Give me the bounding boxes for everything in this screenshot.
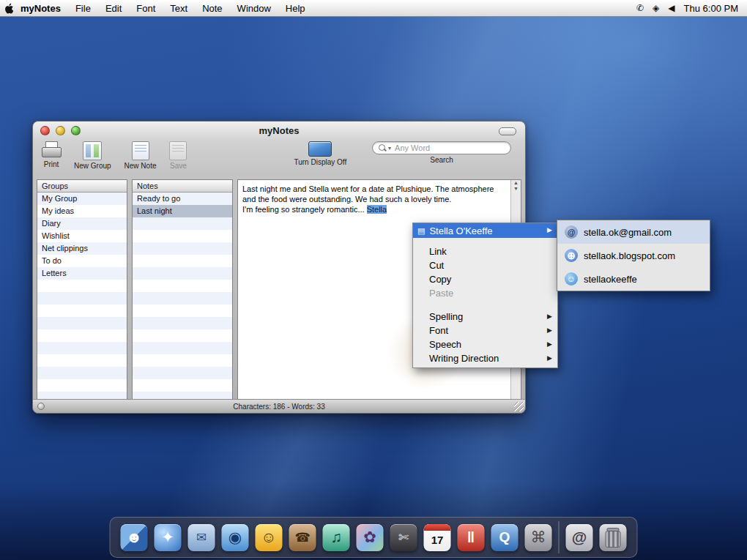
speech-label: Speech	[429, 339, 461, 350]
context-item-writing-direction[interactable]: Writing Direction ▶	[413, 351, 557, 365]
toolbar-toggle-button[interactable]	[499, 127, 516, 135]
contact-submenu: @ stella.ok@gmail.com ⊕ stellaok.blogspo…	[557, 220, 710, 291]
context-item-font[interactable]: Font ▶	[413, 324, 557, 337]
display-icon[interactable]: ◈	[653, 3, 659, 13]
itunes-dock-icon[interactable]: ♫	[323, 524, 350, 551]
blog-label: stellaok.blogspot.com	[584, 250, 675, 261]
menu-file[interactable]: File	[68, 3, 98, 14]
menu-note[interactable]: Note	[195, 3, 229, 14]
finder-dock-icon[interactable]: ☻	[121, 524, 148, 551]
contact-card-icon: ▤	[417, 223, 425, 238]
window-action-button[interactable]	[37, 403, 45, 410]
context-item-spelling[interactable]: Spelling ▶	[413, 310, 557, 324]
group-row-letters[interactable]: Letters	[37, 267, 127, 280]
group-row-my-ideas[interactable]: My ideas	[37, 205, 127, 217]
trash-dock-icon[interactable]	[600, 524, 627, 551]
imovie-dock-icon[interactable]: ✄	[390, 524, 417, 551]
display-icon-toolbar	[308, 141, 332, 157]
printer-icon	[42, 141, 61, 159]
close-button[interactable]	[40, 126, 50, 135]
writing-direction-label: Writing Direction	[429, 353, 499, 364]
menubar-app-name[interactable]: myNotes	[19, 3, 68, 14]
context-item-contact[interactable]: ▤ Stella O'Keeffe ▶	[413, 223, 557, 238]
note-row-ready-to-go[interactable]: Ready to go	[133, 193, 232, 205]
title-bar[interactable]: myNotes	[33, 122, 525, 140]
dock: ☻ ✦ ✉ ◉ ☺ ☎ ♫ ✿ ✄ 17 ‖ Q ⌘ @	[110, 517, 638, 558]
menu-window[interactable]: Window	[230, 3, 278, 14]
selected-text[interactable]: Stella	[367, 205, 387, 214]
apple-menu[interactable]	[0, 3, 19, 14]
note-paragraph-2: I'm feeling so strangely romantic... Ste…	[242, 204, 509, 214]
context-item-copy[interactable]: Copy	[413, 272, 557, 286]
group-row-net-clippings[interactable]: Net clippings	[37, 242, 127, 255]
save-icon	[169, 141, 187, 160]
zoom-button[interactable]	[71, 126, 81, 135]
spelling-label: Spelling	[429, 311, 463, 322]
note-paragraph-1: Last night me and Stella went for a date…	[242, 184, 509, 204]
contact-label: Stella O'Keeffe	[429, 224, 492, 238]
notes-header[interactable]: Notes	[133, 180, 232, 193]
context-item-paste: Paste	[413, 286, 557, 300]
status-text: Characters: 186 - Words: 33	[233, 403, 324, 411]
new-group-icon	[83, 141, 102, 160]
search-area: ▾ Search	[365, 141, 518, 164]
print-button[interactable]: Print	[42, 141, 61, 168]
context-menu: ▤ Stella O'Keeffe ▶ Link Cut Copy Paste …	[412, 223, 558, 368]
chevron-down-icon[interactable]: ▾	[388, 145, 391, 152]
turn-display-off-label: Turn Display Off	[294, 158, 346, 166]
menu-edit[interactable]: Edit	[98, 3, 129, 14]
new-note-button[interactable]: New Note	[124, 141, 157, 170]
apple-dock-icon[interactable]: ⌘	[525, 524, 552, 551]
volume-icon[interactable]: ◀	[668, 3, 674, 13]
aim-dock-icon[interactable]: ☺	[256, 524, 283, 551]
submenu-arrow-icon: ▶	[547, 223, 552, 237]
group-row-to-do[interactable]: To do	[37, 255, 127, 267]
email-icon: @	[565, 225, 578, 239]
group-row-my-group[interactable]: My Group	[37, 193, 127, 205]
search-icon	[379, 144, 386, 152]
mail-dock-icon[interactable]: ✉	[188, 524, 215, 551]
submenu-item-blog[interactable]: ⊕ stellaok.blogspot.com	[557, 244, 710, 267]
minimize-button[interactable]	[56, 126, 65, 135]
submenu-item-chat[interactable]: ☺ stellaokeeffe	[557, 267, 710, 291]
group-row-wishlist[interactable]: Wishlist	[37, 230, 127, 242]
menu-text[interactable]: Text	[163, 3, 195, 14]
iphoto-dock-icon[interactable]: ✿	[357, 524, 384, 551]
groups-panel: Groups My Group My ideas Diary Wishlist …	[37, 179, 127, 400]
address-book-dock-icon[interactable]: ☎	[289, 524, 316, 551]
resize-grip[interactable]	[514, 402, 524, 411]
quicktime-dock-icon[interactable]: Q	[491, 524, 519, 551]
submenu-item-email[interactable]: @ stella.ok@gmail.com	[557, 220, 710, 244]
apple-icon	[5, 3, 15, 14]
menubar-clock[interactable]: Thu 6:00 PM	[684, 3, 738, 14]
ichat-dock-icon[interactable]: ◉	[222, 524, 249, 551]
context-item-cut[interactable]: Cut	[413, 258, 557, 272]
search-field[interactable]: ▾	[372, 141, 511, 154]
note-row-last-night[interactable]: Last night	[133, 205, 232, 217]
print-label: Print	[44, 160, 59, 168]
status-bar: Characters: 186 - Words: 33	[33, 399, 525, 413]
turn-display-off-button[interactable]: Turn Display Off	[294, 141, 346, 166]
note-paragraph-2-text: I'm feeling so strangely romantic...	[242, 205, 367, 214]
safari-dock-icon[interactable]: ✦	[155, 524, 182, 551]
submenu-arrow-icon: ▶	[547, 310, 552, 324]
context-item-link[interactable]: Link	[413, 244, 557, 258]
groups-header[interactable]: Groups	[37, 180, 127, 193]
red-app-dock-icon[interactable]: ‖	[458, 524, 485, 551]
scroll-down-icon[interactable]: ▼	[511, 186, 521, 192]
menu-font[interactable]: Font	[129, 3, 163, 14]
phone-icon[interactable]: ✆	[636, 3, 644, 13]
search-label: Search	[430, 156, 453, 164]
ical-dock-icon[interactable]: 17	[424, 524, 451, 551]
save-label: Save	[170, 162, 187, 170]
submenu-arrow-icon: ▶	[547, 337, 552, 351]
context-item-speech[interactable]: Speech ▶	[413, 337, 557, 351]
scroll-up-icon[interactable]: ▲	[511, 180, 521, 186]
menu-help[interactable]: Help	[278, 3, 313, 14]
group-row-diary[interactable]: Diary	[37, 217, 127, 230]
search-input[interactable]	[393, 143, 505, 153]
email-label: stella.ok@gmail.com	[584, 227, 672, 238]
notes-panel: Notes Ready to go Last night	[132, 179, 233, 400]
at-document-dock-icon[interactable]: @	[566, 524, 593, 551]
new-group-button[interactable]: New Group	[74, 141, 111, 170]
